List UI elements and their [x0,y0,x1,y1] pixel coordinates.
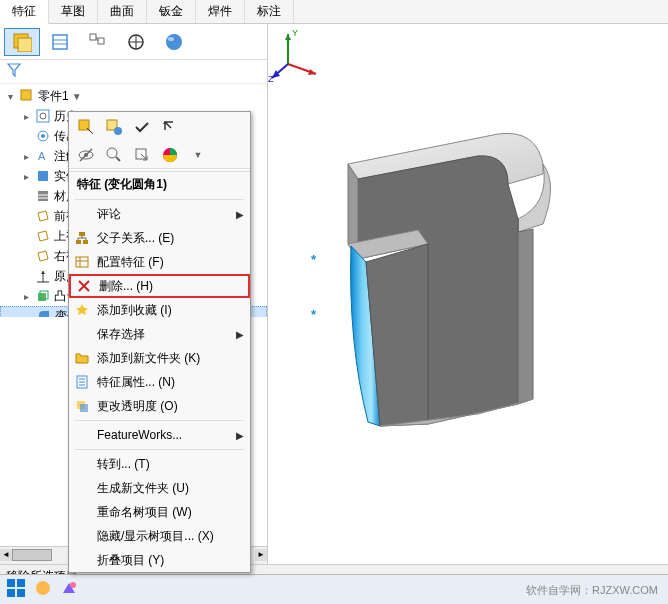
svg-rect-30 [38,293,46,301]
ctx-goto[interactable]: 转到... (T) [69,452,250,476]
configure-icon [73,255,91,269]
svg-rect-75 [80,404,88,412]
ctx-configure[interactable]: 配置特征 (F) [69,250,250,274]
svg-rect-39 [7,579,15,587]
ctx-featureworks[interactable]: FeatureWorks...▶ [69,423,250,447]
material-icon [35,188,51,204]
svg-point-44 [70,582,76,588]
suppress-icon[interactable] [131,116,153,138]
appearance-icon[interactable] [159,144,181,166]
svg-rect-19 [37,110,49,122]
zoom-icon[interactable] [103,144,125,166]
submenu-arrow-icon: ▶ [236,430,244,441]
svg-rect-60 [83,240,88,244]
ctx-rename[interactable]: 重命名树项目 (W) [69,500,250,524]
history-icon [35,108,51,124]
ctx-properties[interactable]: 特征属性... (N) [69,370,250,394]
svg-rect-40 [17,579,25,587]
watermark-text: 软件自学网：RJZXW.COM [526,583,658,598]
annotation-icon: A [35,148,51,164]
svg-text:*: * [311,252,317,267]
svg-point-22 [41,134,45,138]
svg-rect-18 [21,90,31,100]
svg-text:A: A [38,150,46,162]
svg-rect-24 [38,171,48,181]
scroll-right-icon[interactable]: ► [255,549,267,561]
tab-weldment[interactable]: 焊件 [196,0,245,23]
svg-point-51 [107,148,117,158]
plane-icon [35,248,51,264]
tree-filter[interactable] [0,60,267,84]
tab-surface[interactable]: 曲面 [98,0,147,23]
taskbar-app-icon[interactable] [60,579,78,601]
transparency-icon [73,399,91,413]
tab-annotate[interactable]: 标注 [245,0,294,23]
plane-icon [35,228,51,244]
context-menu-header: 特征 (变化圆角1) [69,171,250,197]
svg-point-20 [40,113,46,119]
featuretree-tab-icon[interactable] [4,28,40,56]
svg-rect-11 [98,38,104,44]
svg-point-17 [168,37,174,41]
taskbar-app-icon[interactable] [34,579,52,601]
svg-rect-41 [7,589,15,597]
ctx-hide-show[interactable]: 隐藏/显示树项目... (X) [69,524,250,548]
part-icon [19,88,35,104]
svg-rect-10 [90,34,96,40]
folder-icon [73,351,91,365]
context-menu: ▼ 特征 (变化圆角1) 评论▶ 父子关系... (E) 配置特征 (F) 删除… [68,111,251,573]
svg-point-43 [36,581,50,595]
svg-rect-59 [76,240,81,244]
origin-icon [35,268,51,284]
scroll-left-icon[interactable]: ◄ [0,549,12,561]
dimxpert-tab-icon[interactable] [118,28,154,56]
tree-root[interactable]: ▾ 零件1 ▼ [0,86,267,106]
dropdown-icon[interactable]: ▼ [187,144,209,166]
parent-child-icon [73,231,91,245]
dropdown-icon[interactable]: ▼ [72,91,82,102]
fillet-icon [36,308,52,317]
ctx-transparency[interactable]: 更改透明度 (O) [69,394,250,418]
hide-icon[interactable] [75,144,97,166]
edit-feature-icon[interactable] [75,116,97,138]
svg-point-47 [114,127,122,135]
view-triad-icon[interactable]: Y Z [268,24,328,84]
properties-icon [73,375,91,389]
ctx-comment[interactable]: 评论▶ [69,202,250,226]
edit-sketch-icon[interactable] [103,116,125,138]
property-tab-icon[interactable] [42,28,78,56]
ctx-create-folder[interactable]: 生成新文件夹 (U) [69,476,250,500]
svg-point-16 [166,34,182,50]
submenu-arrow-icon: ▶ [236,329,244,340]
star-icon [73,303,91,317]
svg-rect-6 [18,38,32,52]
svg-text:Z: Z [268,74,274,84]
ctx-delete[interactable]: 删除... (H) [69,274,250,298]
command-tabs: 特征 草图 曲面 钣金 焊件 标注 [0,0,668,24]
ctx-collapse[interactable]: 折叠项目 (Y) [69,548,250,572]
collapse-icon[interactable]: ▾ [4,91,16,102]
ctx-new-folder[interactable]: 添加到新文件夹 (K) [69,346,250,370]
config-tab-icon[interactable] [80,28,116,56]
svg-rect-25 [38,191,48,201]
svg-rect-7 [53,35,67,49]
graphics-viewport[interactable]: * * Y Z [268,24,668,564]
svg-line-52 [116,157,120,161]
svg-text:Y: Y [292,28,298,38]
normal-to-icon[interactable] [131,144,153,166]
tab-sheetmetal[interactable]: 钣金 [147,0,196,23]
sensor-icon [35,128,51,144]
svg-text:*: * [311,307,317,322]
ctx-favorite[interactable]: 添加到收藏 (I) [69,298,250,322]
rollback-icon[interactable] [159,116,181,138]
ctx-save-selection[interactable]: 保存选择▶ [69,322,250,346]
submenu-arrow-icon: ▶ [236,209,244,220]
tab-sketch[interactable]: 草图 [49,0,98,23]
appearance-tab-icon[interactable] [156,28,192,56]
svg-rect-65 [76,257,88,267]
tab-feature[interactable]: 特征 [0,0,49,24]
plane-icon [35,208,51,224]
scroll-thumb[interactable] [12,549,52,561]
ctx-parent-child[interactable]: 父子关系... (E) [69,226,250,250]
start-icon[interactable] [6,578,26,602]
